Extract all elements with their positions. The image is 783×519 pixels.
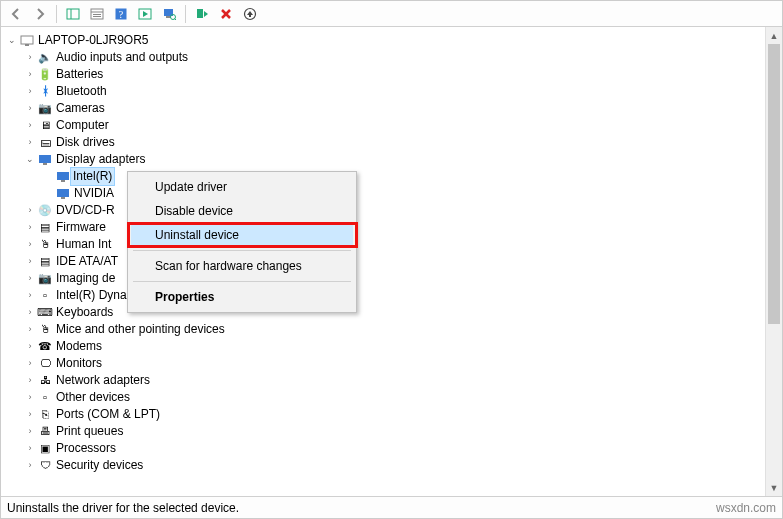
expand-toggle[interactable]: ›	[23, 425, 37, 439]
expand-toggle[interactable]: ›	[23, 391, 37, 405]
category-item[interactable]: ›🔋Batteries	[5, 66, 782, 83]
device-icon: ▤	[37, 254, 53, 270]
scroll-thumb[interactable]	[768, 44, 780, 324]
expand-toggle[interactable]: ›	[23, 306, 37, 320]
context-menu-item[interactable]: Properties	[131, 285, 353, 309]
context-menu-separator	[133, 250, 351, 251]
context-menu-item[interactable]: Uninstall device	[131, 223, 353, 247]
tree-item-label: Imaging de	[55, 270, 115, 287]
category-item[interactable]: ›▤Firmware	[5, 219, 782, 236]
device-tree[interactable]: ⌄LAPTOP-0LJR9OR5›🔈Audio inputs and outpu…	[1, 28, 782, 496]
expand-toggle[interactable]: ›	[23, 221, 37, 235]
back-button[interactable]	[5, 3, 27, 25]
tree-item-label: LAPTOP-0LJR9OR5	[37, 32, 149, 49]
svg-rect-21	[25, 44, 29, 46]
tree-item-label: Processors	[55, 440, 116, 457]
category-item[interactable]: ›🖵Monitors	[5, 355, 782, 372]
expand-toggle[interactable]: ›	[23, 102, 37, 116]
expand-toggle[interactable]: ›	[23, 204, 37, 218]
expand-toggle[interactable]: ›	[23, 119, 37, 133]
svg-rect-25	[61, 180, 65, 182]
context-menu-item[interactable]: Update driver	[131, 175, 353, 199]
category-item[interactable]: ›📷Imaging de	[5, 270, 782, 287]
uninstall-device-button[interactable]	[239, 3, 261, 25]
expand-toggle[interactable]: ›	[23, 357, 37, 371]
device-icon: ▣	[37, 441, 53, 457]
category-item[interactable]: ›ᚼBluetooth	[5, 83, 782, 100]
vertical-scrollbar[interactable]: ▲ ▼	[765, 27, 782, 496]
expand-toggle[interactable]: ›	[23, 442, 37, 456]
tree-item-label: Batteries	[55, 66, 103, 83]
expand-toggle[interactable]: ›	[23, 255, 37, 269]
tree-item-label: Modems	[55, 338, 102, 355]
show-hide-console-button[interactable]	[62, 3, 84, 25]
expand-toggle[interactable]: ›	[23, 68, 37, 82]
category-item[interactable]: ›🔈Audio inputs and outputs	[5, 49, 782, 66]
scan-hardware-button[interactable]	[158, 3, 180, 25]
category-item[interactable]: ›🖶Print queues	[5, 423, 782, 440]
category-item[interactable]: ›▫Other devices	[5, 389, 782, 406]
category-item[interactable]: ›📷Cameras	[5, 100, 782, 117]
action-button[interactable]	[134, 3, 156, 25]
tree-item-label: Print queues	[55, 423, 123, 440]
svg-rect-22	[39, 155, 51, 163]
tree-item-label: Keyboards	[55, 304, 113, 321]
expand-toggle[interactable]: ›	[23, 289, 37, 303]
expand-toggle[interactable]: ›	[23, 408, 37, 422]
category-item[interactable]: ›💿DVD/CD-R	[5, 202, 782, 219]
expand-toggle[interactable]: ›	[23, 374, 37, 388]
context-menu-separator	[133, 281, 351, 282]
expand-toggle[interactable]: ›	[23, 323, 37, 337]
device-icon: 🖵	[37, 356, 53, 372]
expand-toggle[interactable]: ›	[23, 238, 37, 252]
status-bar: Uninstalls the driver for the selected d…	[1, 496, 782, 518]
device-icon	[55, 186, 71, 202]
tree-item-label: Disk drives	[55, 134, 115, 151]
category-display-adapters[interactable]: ⌄Display adapters	[5, 151, 782, 168]
scroll-up-button[interactable]: ▲	[766, 27, 782, 44]
help-button[interactable]: ?	[110, 3, 132, 25]
category-item[interactable]: ›▤IDE ATA/AT	[5, 253, 782, 270]
device-icon: 🔋	[37, 67, 53, 83]
tree-item-label: Computer	[55, 117, 109, 134]
category-item[interactable]: ›🛡Security devices	[5, 457, 782, 474]
category-item[interactable]: ›▫Intel(R) Dynamic Platform and Thermal …	[5, 287, 782, 304]
category-item[interactable]: ›🖱Mice and other pointing devices	[5, 321, 782, 338]
context-menu: Update driverDisable deviceUninstall dev…	[127, 171, 357, 313]
device-item[interactable]: Intel(R)	[5, 168, 782, 185]
device-item[interactable]: NVIDIA	[5, 185, 782, 202]
device-icon: 🖴	[37, 135, 53, 151]
category-item[interactable]: ›🖧Network adapters	[5, 372, 782, 389]
context-menu-item[interactable]: Disable device	[131, 199, 353, 223]
category-item[interactable]: ›🖱Human Int	[5, 236, 782, 253]
expand-toggle[interactable]: ›	[23, 136, 37, 150]
properties-button[interactable]	[86, 3, 108, 25]
expand-toggle[interactable]: ›	[23, 85, 37, 99]
expand-toggle[interactable]: ›	[23, 340, 37, 354]
expand-toggle[interactable]: ›	[23, 459, 37, 473]
device-icon: 🖱	[37, 322, 53, 338]
category-item[interactable]: ›🖴Disk drives	[5, 134, 782, 151]
category-item[interactable]: ›⌨Keyboards	[5, 304, 782, 321]
device-icon: ᚼ	[37, 84, 53, 100]
expand-toggle[interactable]: ›	[23, 272, 37, 286]
expand-toggle[interactable]: ⌄	[23, 153, 37, 167]
status-text: Uninstalls the driver for the selected d…	[7, 501, 239, 515]
category-item[interactable]: ›🖥Computer	[5, 117, 782, 134]
category-item[interactable]: ›⎘Ports (COM & LPT)	[5, 406, 782, 423]
expand-toggle[interactable]: ›	[23, 51, 37, 65]
expand-toggle[interactable]: ⌄	[5, 34, 19, 48]
scroll-down-button[interactable]: ▼	[766, 479, 782, 496]
context-menu-item[interactable]: Scan for hardware changes	[131, 254, 353, 278]
enable-device-button[interactable]	[191, 3, 213, 25]
device-icon	[55, 169, 71, 185]
disable-device-button[interactable]	[215, 3, 237, 25]
svg-rect-26	[57, 189, 69, 197]
tree-item-label: Human Int	[55, 236, 111, 253]
tree-item-label: Firmware	[55, 219, 106, 236]
forward-button[interactable]	[29, 3, 51, 25]
root-node[interactable]: ⌄LAPTOP-0LJR9OR5	[5, 32, 782, 49]
category-item[interactable]: ›▣Processors	[5, 440, 782, 457]
category-item[interactable]: ›☎Modems	[5, 338, 782, 355]
svg-rect-23	[43, 163, 47, 165]
